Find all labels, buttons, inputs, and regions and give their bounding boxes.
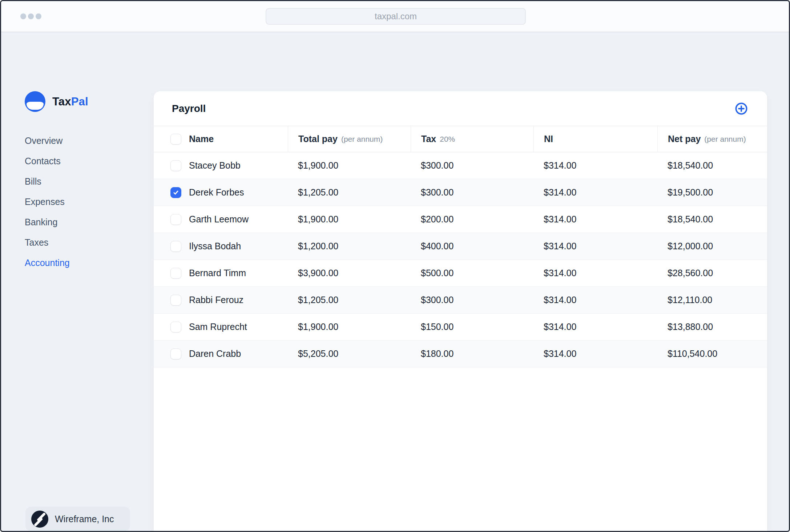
column-header-net-pay: Net pay (per annum) bbox=[657, 126, 767, 152]
cell-tax: $500.00 bbox=[411, 260, 533, 286]
cell-net-pay: $18,540.00 bbox=[657, 152, 767, 179]
cell-ni: $314.00 bbox=[533, 233, 657, 259]
sidebar-nav: OverviewContactsBillsExpensesBankingTaxe… bbox=[25, 135, 70, 278]
column-header-tax: Tax 20% bbox=[411, 126, 533, 152]
row-checkbox[interactable] bbox=[170, 348, 181, 359]
table-row: Stacey Bobb $1,900.00 $300.00 $314.00 $1… bbox=[154, 152, 767, 179]
sidebar-item-taxes[interactable]: Taxes bbox=[25, 237, 70, 248]
wireframe-logo-icon bbox=[31, 511, 48, 528]
column-header-total-pay: Total pay (per annum) bbox=[288, 126, 411, 152]
cell-tax: $300.00 bbox=[411, 179, 533, 206]
row-checkbox[interactable] bbox=[170, 295, 181, 306]
cell-total-pay: $1,900.00 bbox=[288, 314, 411, 340]
sidebar-item-expenses[interactable]: Expenses bbox=[25, 196, 70, 207]
employee-name: Stacey Bobb bbox=[189, 160, 241, 171]
cell-name: Ilyssa Bodah bbox=[154, 233, 288, 259]
row-checkbox[interactable] bbox=[170, 322, 181, 332]
cell-total-pay: $5,205.00 bbox=[288, 340, 411, 367]
row-checkbox[interactable] bbox=[170, 187, 181, 198]
cell-name: Sam Ruprecht bbox=[154, 314, 288, 340]
row-checkbox[interactable] bbox=[170, 268, 181, 279]
cell-ni: $314.00 bbox=[533, 260, 657, 286]
cell-net-pay: $13,880.00 bbox=[657, 314, 767, 340]
company-name: Wireframe, Inc bbox=[55, 514, 114, 524]
window-control-dot[interactable] bbox=[36, 13, 41, 19]
browser-toolbar: taxpal.com bbox=[1, 1, 789, 32]
company-badge[interactable]: Wireframe, Inc bbox=[25, 507, 130, 531]
sidebar-item-accounting[interactable]: Accounting bbox=[25, 257, 70, 268]
cell-total-pay: $1,205.00 bbox=[288, 179, 411, 206]
cell-total-pay: $1,900.00 bbox=[288, 206, 411, 233]
cell-tax: $400.00 bbox=[411, 233, 533, 259]
employee-name: Bernard Timm bbox=[189, 268, 246, 278]
table-row: Sam Ruprecht $1,900.00 $150.00 $314.00 $… bbox=[154, 314, 767, 340]
add-payroll-button[interactable] bbox=[734, 102, 748, 116]
cell-ni: $314.00 bbox=[533, 340, 657, 367]
cell-net-pay: $12,000.00 bbox=[657, 233, 767, 259]
employee-name: Rabbi Ferouz bbox=[189, 295, 243, 305]
cell-name: Rabbi Ferouz bbox=[154, 287, 288, 313]
cell-name: Garth Leemow bbox=[154, 206, 288, 233]
column-header-name: Name bbox=[154, 126, 288, 152]
window-control-dot[interactable] bbox=[20, 13, 26, 19]
sidebar-item-banking[interactable]: Banking bbox=[25, 217, 70, 227]
cell-net-pay: $12,110.00 bbox=[657, 287, 767, 313]
employee-name: Daren Crabb bbox=[189, 348, 241, 359]
window-control-dot[interactable] bbox=[28, 13, 34, 19]
employee-name: Ilyssa Bodah bbox=[189, 241, 241, 251]
cell-tax: $300.00 bbox=[411, 152, 533, 179]
cell-ni: $314.00 bbox=[533, 206, 657, 233]
payroll-card: Payroll Name Total pay (per bbox=[154, 91, 767, 531]
table-row: Derek Forbes $1,205.00 $300.00 $314.00 $… bbox=[154, 179, 767, 206]
employee-name: Sam Ruprecht bbox=[189, 322, 247, 332]
cell-ni: $314.00 bbox=[533, 287, 657, 313]
cell-name: Bernard Timm bbox=[154, 260, 288, 286]
cell-name: Daren Crabb bbox=[154, 340, 288, 367]
sidebar-item-overview[interactable]: Overview bbox=[25, 135, 70, 146]
table-row: Rabbi Ferouz $1,205.00 $300.00 $314.00 $… bbox=[154, 287, 767, 314]
plus-circle-icon bbox=[734, 102, 748, 116]
cell-ni: $314.00 bbox=[533, 179, 657, 206]
table-row: Bernard Timm $3,900.00 $500.00 $314.00 $… bbox=[154, 260, 767, 287]
select-all-checkbox[interactable] bbox=[170, 134, 181, 145]
row-checkbox[interactable] bbox=[170, 241, 181, 252]
cell-tax: $200.00 bbox=[411, 206, 533, 233]
row-checkbox[interactable] bbox=[170, 214, 181, 225]
table-header-row: Name Total pay (per annum) Tax 20% NI Ne… bbox=[154, 126, 767, 152]
cell-total-pay: $1,200.00 bbox=[288, 233, 411, 259]
cell-total-pay: $3,900.00 bbox=[288, 260, 411, 286]
brand-text-pal: Pal bbox=[71, 95, 88, 108]
browser-window: taxpal.com TaxPal OverviewContactsBillsE… bbox=[0, 0, 790, 532]
row-checkbox[interactable] bbox=[170, 160, 181, 171]
cell-tax: $150.00 bbox=[411, 314, 533, 340]
address-bar[interactable]: taxpal.com bbox=[266, 8, 526, 25]
brand-text: TaxPal bbox=[52, 95, 88, 108]
sidebar-item-bills[interactable]: Bills bbox=[25, 176, 70, 187]
cell-total-pay: $1,205.00 bbox=[288, 287, 411, 313]
table-row: Ilyssa Bodah $1,200.00 $400.00 $314.00 $… bbox=[154, 233, 767, 260]
payroll-card-header: Payroll bbox=[154, 91, 767, 126]
employee-name: Garth Leemow bbox=[189, 214, 249, 225]
cell-name: Stacey Bobb bbox=[154, 152, 288, 179]
table-row: Garth Leemow $1,900.00 $200.00 $314.00 $… bbox=[154, 206, 767, 233]
employee-name: Derek Forbes bbox=[189, 187, 244, 198]
cell-net-pay: $28,560.00 bbox=[657, 260, 767, 286]
cell-total-pay: $1,900.00 bbox=[288, 152, 411, 179]
table-row: Daren Crabb $5,205.00 $180.00 $314.00 $1… bbox=[154, 340, 767, 367]
sidebar-item-contacts[interactable]: Contacts bbox=[25, 156, 70, 166]
brand[interactable]: TaxPal bbox=[25, 91, 88, 112]
cell-net-pay: $18,540.00 bbox=[657, 206, 767, 233]
column-header-ni: NI bbox=[533, 126, 657, 152]
cell-name: Derek Forbes bbox=[154, 179, 288, 206]
cell-ni: $314.00 bbox=[533, 314, 657, 340]
cell-tax: $300.00 bbox=[411, 287, 533, 313]
cell-net-pay: $110,540.00 bbox=[657, 340, 767, 367]
taxpal-logo-icon bbox=[25, 91, 45, 112]
cell-net-pay: $19,500.00 bbox=[657, 179, 767, 206]
brand-text-tax: Tax bbox=[52, 95, 71, 108]
table-body: Stacey Bobb $1,900.00 $300.00 $314.00 $1… bbox=[154, 152, 767, 367]
cell-tax: $180.00 bbox=[411, 340, 533, 367]
cell-ni: $314.00 bbox=[533, 152, 657, 179]
page-background: TaxPal OverviewContactsBillsExpensesBank… bbox=[1, 32, 789, 531]
address-bar-url: taxpal.com bbox=[375, 11, 417, 21]
